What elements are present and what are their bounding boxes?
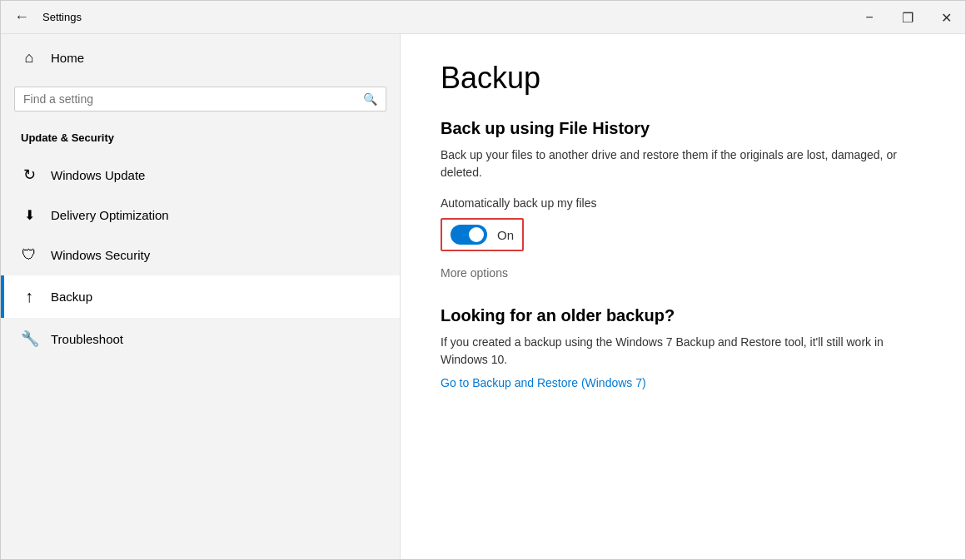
file-history-title: Back up using File History	[441, 119, 925, 138]
search-input[interactable]	[23, 92, 363, 106]
minimize-button[interactable]: −	[850, 1, 889, 34]
toggle-thumb	[469, 227, 484, 242]
sidebar-search-container: 🔍	[14, 87, 386, 112]
toggle-row[interactable]: On	[441, 218, 524, 251]
sidebar-item-delivery-optimization-label: Delivery Optimization	[51, 208, 169, 222]
sidebar-item-backup[interactable]: ↑ Backup	[1, 275, 400, 318]
older-backup-section: Looking for an older backup? If you crea…	[441, 306, 925, 390]
sidebar: ⌂ Home 🔍 Update & Security ↻ Windows Upd…	[1, 34, 401, 559]
sidebar-item-delivery-optimization[interactable]: ⬇ Delivery Optimization	[1, 196, 400, 235]
sidebar-item-windows-security[interactable]: 🛡 Windows Security	[1, 235, 400, 275]
content-area: Backup Back up using File History Back u…	[401, 34, 965, 559]
backup-icon: ↑	[21, 287, 37, 306]
sidebar-item-backup-label: Backup	[51, 290, 92, 304]
auto-backup-toggle[interactable]	[451, 225, 487, 245]
delivery-icon: ⬇	[21, 207, 37, 223]
back-button[interactable]: ←	[11, 5, 32, 29]
home-icon: ⌂	[21, 49, 37, 67]
settings-window: ← Settings − ❐ ✕ ⌂ Home 🔍 Update & Secur…	[0, 0, 966, 560]
search-icon: 🔍	[363, 92, 377, 106]
sidebar-item-windows-update[interactable]: ↻ Windows Update	[1, 154, 400, 196]
main-area: ⌂ Home 🔍 Update & Security ↻ Windows Upd…	[1, 34, 965, 559]
older-backup-description: If you created a backup using the Window…	[441, 334, 907, 369]
toggle-state-label: On	[497, 228, 514, 242]
backup-restore-link[interactable]: Go to Backup and Restore (Windows 7)	[441, 376, 646, 389]
shield-icon: 🛡	[21, 246, 37, 264]
sidebar-item-home[interactable]: ⌂ Home	[1, 34, 400, 82]
close-button[interactable]: ✕	[927, 1, 965, 34]
sidebar-section-title: Update & Security	[1, 125, 400, 154]
sidebar-item-windows-update-label: Windows Update	[51, 168, 145, 182]
wrench-icon: 🔧	[21, 330, 37, 348]
more-options-link[interactable]: More options	[441, 266, 925, 280]
file-history-description: Back up your files to another drive and …	[441, 146, 907, 181]
window-controls: − ❐ ✕	[850, 1, 965, 33]
toggle-track	[451, 225, 487, 245]
auto-backup-label: Automatically back up my files	[441, 196, 925, 210]
older-backup-title: Looking for an older backup?	[441, 306, 925, 325]
refresh-icon: ↻	[21, 166, 37, 184]
sidebar-home-label: Home	[51, 51, 84, 65]
sidebar-item-windows-security-label: Windows Security	[51, 248, 150, 262]
file-history-section: Back up using File History Back up your …	[441, 119, 925, 280]
title-bar-left: ← Settings	[11, 5, 82, 29]
sidebar-item-troubleshoot[interactable]: 🔧 Troubleshoot	[1, 318, 400, 359]
sidebar-item-troubleshoot-label: Troubleshoot	[51, 332, 123, 346]
page-title: Backup	[441, 61, 925, 96]
window-title: Settings	[42, 11, 82, 23]
restore-button[interactable]: ❐	[889, 1, 927, 34]
title-bar: ← Settings − ❐ ✕	[1, 1, 965, 34]
